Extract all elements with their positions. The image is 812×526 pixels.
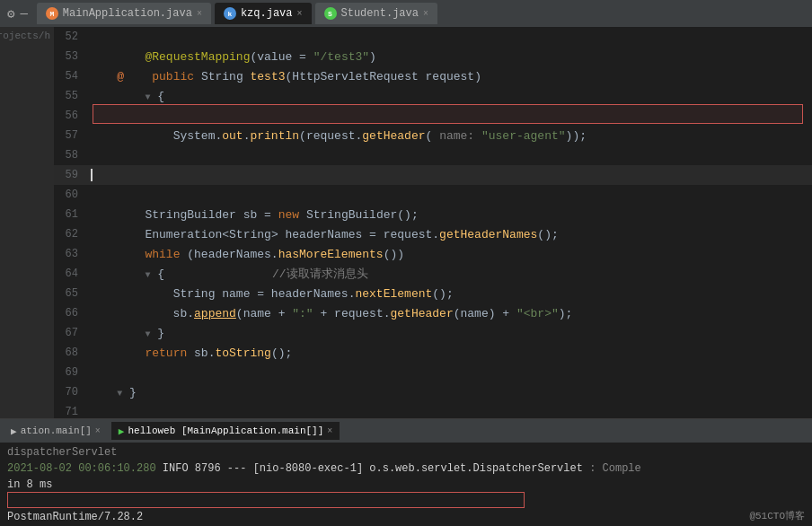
console-line-info: 2021-08-02 00:06:10.280 INFO 8796 --- [n… xyxy=(7,462,805,478)
code-line-55: 55 ▼ { xyxy=(54,86,812,106)
bottom-tab-run2[interactable]: ▶ helloweb [MainApplication.main[]] × xyxy=(111,422,340,440)
run-label-2: helloweb [MainApplication.main[]] xyxy=(128,425,323,436)
watermark: @51CTO博客 xyxy=(749,509,805,522)
code-line-54: 54 @ public String test3(HttpServletRequ… xyxy=(54,66,812,86)
tab-java-icon-kzq: k xyxy=(224,7,236,20)
console-line-postman: PostmanRuntime/7.28.2 xyxy=(7,511,805,526)
title-bar: ⚙ — M MainApplication.java × k kzq.java … xyxy=(0,0,812,27)
code-line-60: 60 xyxy=(54,185,812,205)
tab-label-main: MainApplication.java xyxy=(63,7,192,20)
tab-label-student: Student.java xyxy=(341,7,419,20)
console-line-ms: in 8 ms xyxy=(7,478,805,495)
dash-icon: — xyxy=(20,6,27,21)
code-line-57: 57 System.out.println(request.getHeader(… xyxy=(54,126,812,145)
code-line-53: 53 @RequestMapping(value = "/test3") xyxy=(54,47,812,66)
code-line-69: 69 xyxy=(54,363,812,382)
code-line-56: 56 xyxy=(54,106,812,126)
tab-student[interactable]: S Student.java × xyxy=(315,3,437,24)
run-icon-2: ▶ xyxy=(119,425,125,437)
code-lines: 52 53 @RequestMapping(value = "/test3") … xyxy=(54,27,812,418)
tab-main-app[interactable]: M MainApplication.java × xyxy=(37,3,211,24)
run-icon-1: ▶ xyxy=(11,425,17,437)
code-line-59: 59 xyxy=(54,165,812,185)
code-line-63: 63 while (headerNames.hasMoreElements()) xyxy=(54,244,812,264)
code-line-66: 66 sb.append(name + ":" + request.getHea… xyxy=(54,303,812,323)
console-line-dispatcher: dispatcherServlet xyxy=(7,446,805,462)
code-line-70: 70 ▼ } xyxy=(54,382,812,402)
run-close-2[interactable]: × xyxy=(327,426,332,436)
tab-close-main[interactable]: × xyxy=(197,9,202,19)
code-line-52: 52 xyxy=(54,27,812,47)
tab-close-student[interactable]: × xyxy=(423,9,428,19)
code-line-62: 62 Enumeration<String> headerNames = req… xyxy=(54,224,812,244)
tab-java-icon-student: S xyxy=(324,7,337,20)
code-line-61: 61 StringBuilder sb = new StringBuilder(… xyxy=(54,205,812,224)
code-line-71: 71 xyxy=(54,402,812,418)
sidebar: aProjects/h xyxy=(0,27,54,418)
gear-icon[interactable]: ⚙ xyxy=(7,6,14,22)
code-line-68: 68 return sb.toString(); xyxy=(54,343,812,363)
console-line-blank xyxy=(7,495,805,511)
tab-java-icon-main: M xyxy=(46,7,58,20)
code-area: 52 53 @RequestMapping(value = "/test3") … xyxy=(54,27,812,418)
code-line-65: 65 String name = headerNames.nextElement… xyxy=(54,284,812,303)
run-label-1: ation.main[] xyxy=(21,425,92,436)
bottom-tab-run1[interactable]: ▶ ation.main[] × xyxy=(4,422,108,440)
postman-value: PostmanRuntime/7.28.2 xyxy=(7,511,143,523)
console-content: dispatcherServlet 2021-08-02 00:06:10.28… xyxy=(0,443,812,526)
code-line-64: 64 ▼ {//读取请求消息头 xyxy=(54,264,812,284)
code-line-67: 67 ▼ } xyxy=(54,323,812,343)
tab-close-kzq[interactable]: × xyxy=(297,9,303,19)
code-line-58: 58 xyxy=(54,145,812,165)
run-close-1[interactable]: × xyxy=(95,426,101,436)
tab-label-kzq: kzq.java xyxy=(241,7,293,20)
bottom-tabs-bar: ▶ ation.main[] × ▶ helloweb [MainApplica… xyxy=(0,419,812,443)
breadcrumb-label: aProjects/h xyxy=(0,31,50,41)
bottom-panel: ▶ ation.main[] × ▶ helloweb [MainApplica… xyxy=(0,418,812,526)
tab-kzq[interactable]: k kzq.java × xyxy=(215,3,312,24)
